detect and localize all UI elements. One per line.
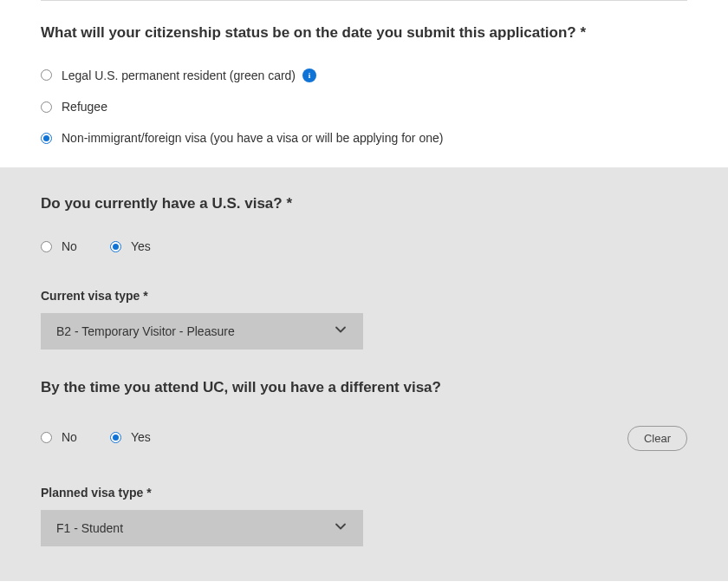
radio-label: Non-immigrant/foreign visa (you have a v…	[62, 130, 443, 146]
citizenship-question: What will your citizenship status be on …	[41, 23, 687, 43]
citizenship-radio-group: Legal U.S. permanent resident (green car…	[41, 68, 687, 147]
radio-label: Yes	[131, 429, 151, 445]
radio-button[interactable]	[41, 432, 52, 443]
section-divider	[41, 0, 687, 1]
different-visa-question: By the time you attend UC, will you have…	[41, 377, 687, 398]
has-visa-question: Do you currently have a U.S. visa? *	[41, 193, 687, 214]
radio-button[interactable]	[41, 101, 52, 113]
radio-button[interactable]	[41, 69, 52, 81]
select-value: F1 - Student	[41, 510, 363, 546]
different-visa-option-no[interactable]: No	[41, 429, 77, 445]
select-value: B2 - Temporary Visitor - Pleasure	[41, 313, 363, 350]
radio-button[interactable]	[41, 241, 52, 252]
has-visa-option-no[interactable]: No	[41, 238, 77, 254]
citizenship-option-legal-permanent[interactable]: Legal U.S. permanent resident (green car…	[41, 68, 687, 83]
radio-button[interactable]	[110, 432, 121, 443]
radio-label: Yes	[131, 238, 151, 254]
different-visa-option-yes[interactable]: Yes	[110, 429, 151, 445]
radio-button[interactable]	[41, 133, 52, 144]
radio-label: Legal U.S. permanent resident (green car…	[62, 68, 296, 83]
radio-label: No	[62, 238, 77, 254]
has-visa-option-yes[interactable]: Yes	[110, 238, 151, 254]
current-visa-label: Current visa type *	[41, 289, 687, 303]
citizenship-option-refugee[interactable]: Refugee	[41, 99, 687, 114]
radio-label: Refugee	[62, 99, 107, 114]
current-visa-select[interactable]: B2 - Temporary Visitor - Pleasure	[41, 313, 363, 350]
planned-visa-label: Planned visa type *	[41, 486, 687, 500]
info-icon[interactable]: i	[302, 69, 316, 82]
clear-button[interactable]: Clear	[627, 426, 687, 451]
has-visa-radio-group: No Yes	[41, 238, 687, 254]
planned-visa-select[interactable]: F1 - Student	[41, 510, 363, 546]
different-visa-radio-group: No Yes	[41, 429, 151, 445]
radio-label: No	[62, 429, 77, 445]
citizenship-option-non-immigrant[interactable]: Non-immigrant/foreign visa (you have a v…	[41, 130, 687, 146]
radio-button[interactable]	[110, 241, 121, 252]
